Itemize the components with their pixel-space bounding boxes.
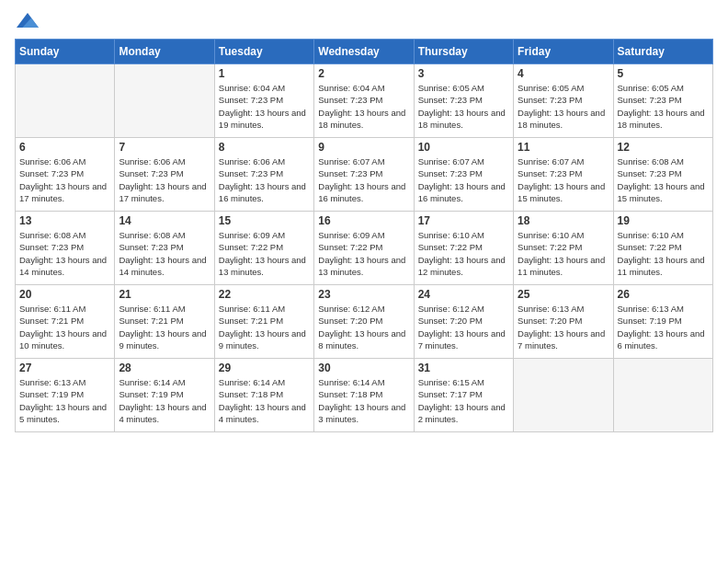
cell-info: Sunrise: 6:06 AMSunset: 7:23 PMDaylight:… [119,155,210,204]
calendar-cell [613,359,712,432]
day-number: 28 [119,362,210,374]
calendar-cell: 11Sunrise: 6:07 AMSunset: 7:23 PMDayligh… [514,138,613,212]
calendar-cell: 1Sunrise: 6:04 AMSunset: 7:23 PMDaylight… [214,64,313,138]
dow-wednesday: Wednesday [314,40,414,64]
calendar-cell: 28Sunrise: 6:14 AMSunset: 7:19 PMDayligh… [115,359,214,432]
cell-info: Sunrise: 6:05 AMSunset: 7:23 PMDaylight:… [518,82,609,131]
cell-info: Sunrise: 6:11 AMSunset: 7:21 PMDaylight:… [119,303,210,351]
day-number: 31 [418,362,509,374]
page-header [15,15,713,31]
calendar-cell [115,64,214,138]
calendar-cell: 18Sunrise: 6:10 AMSunset: 7:22 PMDayligh… [514,212,613,285]
calendar-cell: 3Sunrise: 6:05 AMSunset: 7:23 PMDaylight… [414,64,513,138]
calendar-cell: 8Sunrise: 6:06 AMSunset: 7:23 PMDaylight… [214,138,313,212]
calendar-cell: 24Sunrise: 6:12 AMSunset: 7:20 PMDayligh… [414,285,513,359]
day-number: 17 [418,214,509,227]
calendar-cell: 29Sunrise: 6:14 AMSunset: 7:18 PMDayligh… [214,359,313,432]
calendar-cell: 4Sunrise: 6:05 AMSunset: 7:23 PMDaylight… [514,64,613,138]
cell-info: Sunrise: 6:07 AMSunset: 7:23 PMDaylight:… [518,155,609,204]
dow-sunday: Sunday [16,40,115,64]
day-number: 30 [318,362,409,374]
day-number: 12 [618,141,709,154]
day-number: 3 [418,67,509,80]
day-number: 20 [19,288,110,301]
cell-info: Sunrise: 6:10 AMSunset: 7:22 PMDaylight:… [618,229,709,278]
calendar-week-2: 6Sunrise: 6:06 AMSunset: 7:23 PMDaylight… [16,138,713,212]
day-number: 8 [219,141,310,154]
calendar-cell: 19Sunrise: 6:10 AMSunset: 7:22 PMDayligh… [613,212,712,285]
day-number: 7 [119,141,210,154]
calendar-cell: 7Sunrise: 6:06 AMSunset: 7:23 PMDaylight… [115,138,214,212]
cell-info: Sunrise: 6:06 AMSunset: 7:23 PMDaylight:… [219,155,310,204]
calendar-cell: 14Sunrise: 6:08 AMSunset: 7:23 PMDayligh… [115,212,214,285]
calendar-cell: 12Sunrise: 6:08 AMSunset: 7:23 PMDayligh… [613,138,712,212]
calendar-cell: 6Sunrise: 6:06 AMSunset: 7:23 PMDaylight… [16,138,115,212]
cell-info: Sunrise: 6:10 AMSunset: 7:22 PMDaylight:… [418,229,509,278]
cell-info: Sunrise: 6:11 AMSunset: 7:21 PMDaylight:… [19,303,110,351]
cell-info: Sunrise: 6:07 AMSunset: 7:23 PMDaylight:… [318,155,409,204]
calendar-cell: 21Sunrise: 6:11 AMSunset: 7:21 PMDayligh… [115,285,214,359]
calendar-cell: 2Sunrise: 6:04 AMSunset: 7:23 PMDaylight… [314,64,414,138]
calendar-cell [16,64,115,138]
calendar-body: 1Sunrise: 6:04 AMSunset: 7:23 PMDaylight… [16,64,713,432]
day-number: 13 [19,214,110,227]
day-number: 4 [518,67,609,80]
day-number: 21 [119,288,210,301]
cell-info: Sunrise: 6:13 AMSunset: 7:20 PMDaylight:… [518,303,609,351]
cell-info: Sunrise: 6:12 AMSunset: 7:20 PMDaylight:… [418,303,509,351]
calendar-cell: 15Sunrise: 6:09 AMSunset: 7:22 PMDayligh… [214,212,313,285]
calendar-cell: 5Sunrise: 6:05 AMSunset: 7:23 PMDaylight… [613,64,712,138]
calendar-cell: 10Sunrise: 6:07 AMSunset: 7:23 PMDayligh… [414,138,513,212]
day-number: 14 [119,214,210,227]
dow-tuesday: Tuesday [214,40,313,64]
calendar-week-1: 1Sunrise: 6:04 AMSunset: 7:23 PMDaylight… [16,64,713,138]
day-number: 5 [618,67,709,80]
day-number: 11 [518,141,609,154]
cell-info: Sunrise: 6:06 AMSunset: 7:23 PMDaylight:… [19,155,110,204]
day-number: 22 [219,288,310,301]
cell-info: Sunrise: 6:08 AMSunset: 7:23 PMDaylight:… [618,155,709,204]
logo [15,15,39,31]
cell-info: Sunrise: 6:14 AMSunset: 7:19 PMDaylight:… [119,376,210,425]
calendar-cell: 26Sunrise: 6:13 AMSunset: 7:19 PMDayligh… [613,285,712,359]
cell-info: Sunrise: 6:13 AMSunset: 7:19 PMDaylight:… [19,376,110,425]
day-number: 25 [518,288,609,301]
day-number: 10 [418,141,509,154]
calendar-week-3: 13Sunrise: 6:08 AMSunset: 7:23 PMDayligh… [16,212,713,285]
cell-info: Sunrise: 6:04 AMSunset: 7:23 PMDaylight:… [318,82,409,131]
cell-info: Sunrise: 6:13 AMSunset: 7:19 PMDaylight:… [618,303,709,351]
day-number: 9 [318,141,409,154]
day-number: 24 [418,288,509,301]
day-number: 2 [318,67,409,80]
dow-thursday: Thursday [414,40,513,64]
cell-info: Sunrise: 6:11 AMSunset: 7:21 PMDaylight:… [219,303,310,351]
dow-friday: Friday [514,40,613,64]
calendar-cell [514,359,613,432]
cell-info: Sunrise: 6:12 AMSunset: 7:20 PMDaylight:… [318,303,409,351]
day-number: 6 [19,141,110,154]
calendar-cell: 27Sunrise: 6:13 AMSunset: 7:19 PMDayligh… [16,359,115,432]
calendar-cell: 25Sunrise: 6:13 AMSunset: 7:20 PMDayligh… [514,285,613,359]
day-number: 29 [219,362,310,374]
calendar-cell: 16Sunrise: 6:09 AMSunset: 7:22 PMDayligh… [314,212,414,285]
calendar-cell: 17Sunrise: 6:10 AMSunset: 7:22 PMDayligh… [414,212,513,285]
cell-info: Sunrise: 6:04 AMSunset: 7:23 PMDaylight:… [219,82,310,131]
cell-info: Sunrise: 6:09 AMSunset: 7:22 PMDaylight:… [318,229,409,278]
calendar-cell: 9Sunrise: 6:07 AMSunset: 7:23 PMDaylight… [314,138,414,212]
calendar-cell: 30Sunrise: 6:14 AMSunset: 7:18 PMDayligh… [314,359,414,432]
cell-info: Sunrise: 6:14 AMSunset: 7:18 PMDaylight:… [318,376,409,425]
cell-info: Sunrise: 6:09 AMSunset: 7:22 PMDaylight:… [219,229,310,278]
day-number: 16 [318,214,409,227]
cell-info: Sunrise: 6:14 AMSunset: 7:18 PMDaylight:… [219,376,310,425]
cell-info: Sunrise: 6:08 AMSunset: 7:23 PMDaylight:… [119,229,210,278]
cell-info: Sunrise: 6:08 AMSunset: 7:23 PMDaylight:… [19,229,110,278]
day-number: 26 [618,288,709,301]
logo-icon [17,9,39,31]
cell-info: Sunrise: 6:07 AMSunset: 7:23 PMDaylight:… [418,155,509,204]
day-number: 19 [618,214,709,227]
calendar-cell: 13Sunrise: 6:08 AMSunset: 7:23 PMDayligh… [16,212,115,285]
calendar-cell: 31Sunrise: 6:15 AMSunset: 7:17 PMDayligh… [414,359,513,432]
cell-info: Sunrise: 6:05 AMSunset: 7:23 PMDaylight:… [618,82,709,131]
dow-monday: Monday [115,40,214,64]
calendar-week-5: 27Sunrise: 6:13 AMSunset: 7:19 PMDayligh… [16,359,713,432]
